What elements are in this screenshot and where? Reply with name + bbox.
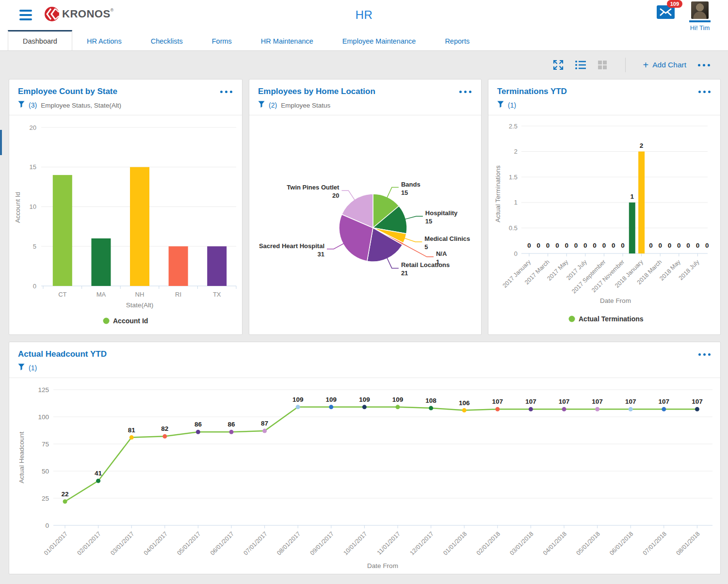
svg-text:109: 109 (292, 396, 304, 403)
list-view-icon[interactable] (575, 60, 586, 70)
bar-chart-employee-count: 05101520Account IdCTMANHRITXState(Alt)Ac… (9, 115, 242, 336)
svg-text:81: 81 (128, 426, 136, 434)
svg-text:11/01/2017: 11/01/2017 (376, 530, 402, 556)
filter-icon (258, 101, 265, 110)
svg-text:25: 25 (42, 495, 49, 502)
svg-text:0: 0 (658, 242, 662, 249)
svg-text:107: 107 (525, 398, 536, 405)
tab-hr-maintenance[interactable]: HR Maintenance (246, 30, 328, 50)
tab-employee-maintenance[interactable]: Employee Maintenance (328, 30, 431, 50)
cards-row: Employee Count by State (3) Employee Sta… (9, 79, 721, 335)
card-title: Terminations YTD (497, 87, 567, 96)
svg-text:04/01/2018: 04/01/2018 (542, 530, 568, 556)
svg-text:1: 1 (514, 199, 518, 206)
filter-count: (1) (508, 101, 516, 109)
add-chart-button[interactable]: + Add Chart (643, 60, 686, 70)
svg-text:03/01/2018: 03/01/2018 (508, 530, 534, 556)
svg-text:Twin Pines Outlet: Twin Pines Outlet (287, 184, 340, 191)
svg-text:Sacred Heart Hospital: Sacred Heart Hospital (259, 242, 324, 250)
side-panel-handle[interactable] (0, 130, 2, 155)
kronos-logo: KRONOS ® (44, 6, 113, 24)
svg-text:107: 107 (492, 398, 503, 405)
svg-text:10: 10 (30, 203, 36, 210)
tab-checklists[interactable]: Checklists (136, 30, 197, 50)
svg-text:1.5: 1.5 (509, 174, 518, 181)
svg-text:04/01/2017: 04/01/2017 (143, 530, 169, 556)
svg-text:0: 0 (593, 242, 597, 249)
tab-hr-actions[interactable]: HR Actions (72, 30, 136, 50)
dashboard-more-options-button[interactable] (697, 62, 711, 68)
filter-row[interactable]: (3) Employee Status, State(Alt) (9, 96, 242, 115)
avatar (691, 1, 709, 19)
mail-button[interactable]: 109 (657, 5, 675, 21)
filter-row[interactable]: (1) (488, 96, 720, 115)
svg-text:03/01/2017: 03/01/2017 (109, 530, 135, 556)
svg-text:106: 106 (459, 399, 470, 407)
svg-text:0: 0 (602, 242, 606, 249)
svg-text:109: 109 (359, 396, 370, 403)
card-actual-headcount-ytd: Actual Headcount YTD (1) 0255075100125Ac… (9, 342, 721, 574)
svg-text:22: 22 (61, 490, 68, 498)
svg-text:86: 86 (227, 421, 235, 428)
pie-chart-home-location: Bands15Hospitality15Medical Clinics5N/A1… (249, 115, 481, 336)
filter-row[interactable]: (1) (9, 359, 720, 378)
user-menu[interactable]: Hi! Tim (689, 1, 711, 32)
header-right: 109 Hi! Tim (657, 0, 728, 32)
card-title: Employees by Home Location (258, 87, 375, 96)
filter-icon (18, 101, 25, 110)
tab-dashboard[interactable]: Dashboard (8, 30, 72, 50)
svg-text:15: 15 (401, 189, 408, 196)
toolbar-divider (625, 58, 626, 72)
filter-row[interactable]: (2) Employee Status (249, 96, 481, 115)
svg-text:MA: MA (97, 291, 106, 298)
svg-text:86: 86 (194, 421, 202, 428)
svg-text:107: 107 (659, 398, 670, 405)
tab-forms[interactable]: Forms (197, 30, 246, 50)
grid-view-icon[interactable] (597, 60, 608, 70)
svg-text:State(Alt): State(Alt) (126, 301, 153, 309)
svg-text:0: 0 (649, 242, 653, 249)
svg-text:0: 0 (546, 242, 550, 249)
card-menu-icon[interactable] (697, 89, 712, 95)
svg-text:2018 July: 2018 July (678, 258, 701, 282)
svg-text:0: 0 (686, 242, 690, 249)
filter-icon (497, 101, 504, 110)
svg-text:Date From: Date From (367, 562, 398, 569)
svg-text:08/01/2017: 08/01/2017 (275, 530, 302, 556)
svg-text:107: 107 (592, 398, 603, 405)
notification-badge: 109 (667, 0, 682, 8)
svg-text:06/01/2018: 06/01/2018 (608, 530, 634, 556)
svg-text:Actual Headcount: Actual Headcount (18, 431, 25, 483)
svg-text:Retail Locations: Retail Locations (401, 261, 450, 268)
svg-text:125: 125 (38, 386, 49, 394)
kronos-logo-icon (44, 6, 60, 24)
filter-count: (2) (269, 101, 277, 109)
tab-reports[interactable]: Reports (430, 30, 484, 50)
svg-text:109: 109 (326, 396, 337, 403)
svg-text:Actual Terminations: Actual Terminations (494, 165, 502, 222)
menu-icon[interactable] (19, 10, 32, 20)
svg-text:0: 0 (565, 242, 568, 249)
svg-text:0: 0 (555, 242, 559, 249)
mail-icon (657, 12, 675, 20)
card-menu-icon[interactable] (697, 351, 712, 358)
svg-text:N/A: N/A (436, 250, 447, 257)
svg-text:82: 82 (161, 425, 168, 432)
svg-text:41: 41 (95, 470, 102, 477)
svg-text:02/01/2017: 02/01/2017 (76, 530, 102, 556)
user-greeting: Hi! Tim (690, 24, 710, 32)
card-menu-icon[interactable] (458, 89, 472, 95)
avatar-underline (689, 20, 711, 22)
svg-text:Account Id: Account Id (113, 317, 148, 325)
expand-icon[interactable] (552, 59, 564, 71)
svg-text:01/01/2018: 01/01/2018 (442, 530, 468, 556)
svg-text:2: 2 (640, 142, 644, 149)
card-menu-icon[interactable] (219, 89, 233, 95)
card-employee-count-by-state: Employee Count by State (3) Employee Sta… (9, 79, 243, 335)
svg-text:108: 108 (425, 397, 437, 404)
svg-text:TX: TX (213, 291, 221, 298)
svg-text:87: 87 (261, 420, 268, 427)
filter-count: (1) (29, 364, 37, 372)
svg-text:0: 0 (583, 242, 587, 249)
card-terminations-ytd: Terminations YTD (1) 00.511.522.5Actual … (488, 79, 721, 335)
